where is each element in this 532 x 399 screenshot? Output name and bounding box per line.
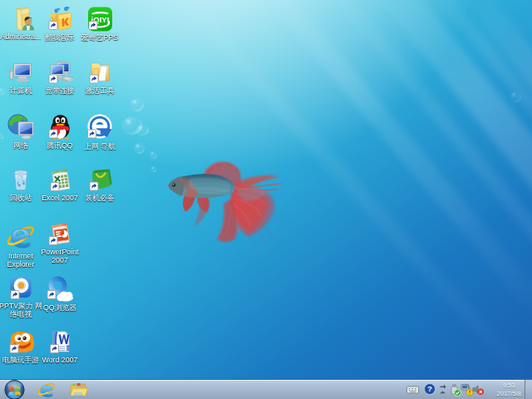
- svg-text:?: ?: [427, 385, 432, 393]
